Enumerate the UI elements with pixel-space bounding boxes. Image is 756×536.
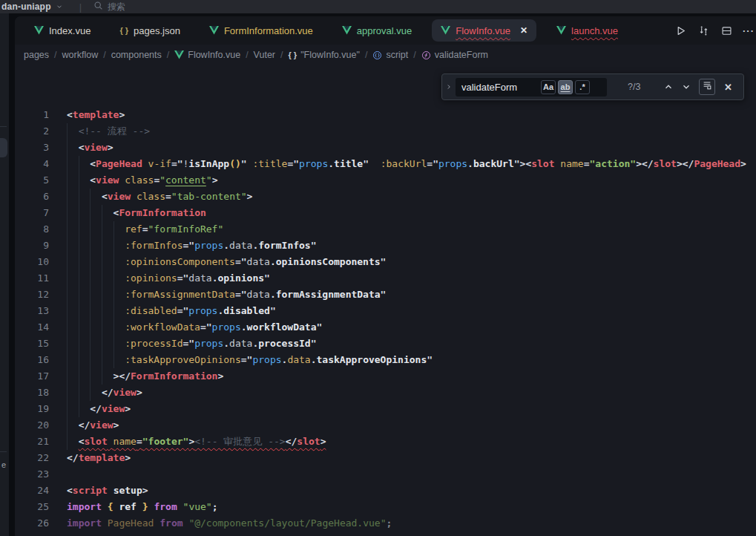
code-line-content: :processId="props.data.processId" — [67, 336, 317, 352]
indent-guide — [79, 352, 91, 368]
code-line[interactable]: 18</view> — [15, 385, 756, 401]
code-line[interactable]: 24<script setup> — [15, 483, 756, 499]
json-icon: { } — [119, 26, 128, 35]
find-in-selection-button[interactable] — [699, 79, 715, 95]
code-line[interactable]: 1<template> — [15, 107, 756, 123]
code-line[interactable]: 4<PageHead v-if="!isInApp()" :title="pro… — [15, 156, 756, 172]
tab-Index.vue[interactable]: Index.vue — [25, 19, 99, 42]
run-icon[interactable] — [674, 24, 687, 37]
indent-guide — [114, 238, 125, 254]
indent-guide — [67, 123, 79, 140]
line-number: 15 — [15, 336, 49, 352]
code-line[interactable]: 16:taskApproveOpinions="props.data.taskA… — [15, 352, 756, 368]
whole-word-toggle[interactable]: ab — [558, 80, 573, 94]
code-line[interactable]: 6<view class="tab-content"> — [15, 189, 756, 205]
close-find-button[interactable]: ✕ — [724, 82, 732, 93]
code-line[interactable]: 8ref="formInfoRef" — [15, 221, 756, 238]
breadcrumb-item-workflow[interactable]: workflow — [62, 50, 99, 60]
indent-guide — [79, 401, 91, 417]
code-line[interactable]: 23 — [15, 466, 756, 483]
indent-guide — [79, 189, 91, 205]
next-match-button[interactable] — [681, 82, 691, 92]
code-line[interactable]: 19</view> — [15, 401, 756, 417]
indent-guide — [90, 254, 102, 270]
line-number: 23 — [15, 466, 49, 483]
breadcrumb-separator: / — [365, 50, 367, 60]
code-line-content: <PageHead v-if="!isInApp()" :title="prop… — [67, 156, 746, 172]
breadcrumb-item-FlowInfo.vue[interactable]: { }"FlowInfo.vue" — [289, 50, 360, 60]
split-editor-icon[interactable] — [720, 24, 733, 37]
tab-FormInformation.vue[interactable]: FormInformation.vue — [200, 19, 322, 42]
sidebar-item-partial[interactable] — [0, 138, 7, 157]
indent-guide — [79, 303, 91, 319]
search-placeholder: 搜索 — [108, 1, 125, 13]
indent-guide — [114, 287, 125, 303]
global-search[interactable]: 搜索 — [93, 1, 125, 13]
line-number: 10 — [15, 254, 49, 270]
indent-guide — [67, 368, 79, 385]
code-line[interactable]: 21<slot name="footer"><!-- 审批意见 --></slo… — [15, 434, 756, 450]
chevron-down-icon[interactable] — [56, 3, 63, 10]
project-name[interactable]: dan-uniapp — [1, 1, 51, 12]
tab-pages.json[interactable]: { }pages.json — [111, 19, 189, 42]
tab-label: FormInformation.vue — [224, 25, 313, 36]
code-line[interactable]: 14:workflowData="props.workflowData" — [15, 319, 756, 336]
breadcrumb-item-validateForm[interactable]: validateForm — [421, 50, 488, 60]
editor-group: Index.vue{ }pages.jsonFormInformation.vu… — [15, 16, 756, 536]
code-line[interactable]: 11:opinions="data.opinions" — [15, 270, 756, 287]
code-line[interactable]: 9:formInfos="props.data.formInfos" — [15, 238, 756, 254]
code-line[interactable]: 20</view> — [15, 417, 756, 434]
regex-toggle[interactable]: .* — [575, 80, 590, 94]
line-number: 14 — [15, 319, 49, 336]
indent-guide — [67, 156, 79, 172]
breadcrumb-item-components[interactable]: components — [111, 50, 162, 60]
code-line[interactable]: 17></FormInformation> — [15, 368, 756, 385]
breadcrumb-item-FlowInfo.vue[interactable]: FlowInfo.vue — [174, 50, 240, 60]
code-line[interactable]: 5<view class="content"> — [15, 172, 756, 189]
code-line[interactable]: 10:opinionsComponents="data.opinionsComp… — [15, 254, 756, 270]
indent-guide — [79, 270, 91, 287]
indent-guide — [114, 352, 125, 368]
tab-FlowInfo.vue[interactable]: FlowInfo.vue✕ — [432, 19, 536, 42]
tab-launch.vue[interactable]: launch.vue — [548, 19, 627, 42]
tab-approval.vue[interactable]: approval.vue — [333, 19, 421, 42]
code-line[interactable]: 22</template> — [15, 450, 756, 466]
find-match-count: ?/3 — [628, 82, 657, 92]
breadcrumb-item-pages[interactable]: pages — [24, 50, 49, 60]
toggle-replace-chevron-icon[interactable] — [442, 83, 456, 91]
find-widget: Aaab.* ?/3 ✕ — [441, 73, 744, 100]
close-tab-icon[interactable]: ✕ — [520, 25, 527, 36]
line-number: 13 — [15, 303, 49, 319]
code-line-content: import PageHead from "@/components/layou… — [67, 515, 392, 532]
code-line[interactable]: 26import PageHead from "@/components/lay… — [15, 515, 756, 532]
code-line[interactable]: 15:processId="props.data.processId" — [15, 336, 756, 352]
sidebar-partial-text: e — [1, 460, 6, 469]
code-line[interactable]: 12:formAssignmentData="data.formAssignme… — [15, 287, 756, 303]
indent-guide — [90, 238, 102, 254]
breadcrumb-item-Vuter[interactable]: Vuter — [254, 50, 275, 60]
line-number: 9 — [15, 238, 49, 254]
sidebar-sliver: e — [0, 13, 9, 536]
indent-guide — [79, 205, 91, 221]
indent-guide — [90, 336, 102, 352]
indent-guide — [67, 434, 79, 450]
find-input[interactable] — [461, 82, 539, 93]
indent-guide — [102, 319, 114, 336]
code-line[interactable]: 2<!-- 流程 --> — [15, 123, 756, 140]
code-line-content: <view class="content"> — [67, 172, 218, 189]
indent-guide — [90, 189, 102, 205]
previous-match-button[interactable] — [663, 82, 674, 92]
code-line-content: <!-- 流程 --> — [67, 123, 150, 140]
code-line[interactable]: 13:disabled="props.disabled" — [15, 303, 756, 319]
open-changes-icon[interactable] — [697, 24, 710, 37]
breadcrumb-item-script[interactable]: script — [372, 50, 408, 60]
more-icon[interactable]: ··· — [743, 24, 755, 37]
code-editor[interactable]: 1<template>2<!-- 流程 -->3<view>4<PageHead… — [15, 107, 756, 532]
code-line[interactable]: 25import { ref } from "vue"; — [15, 499, 756, 515]
match-case-toggle[interactable]: Aa — [541, 80, 556, 94]
sidebar-divider — [0, 126, 7, 127]
json-icon: { } — [289, 50, 298, 59]
code-line[interactable]: 7<FormInformation — [15, 205, 756, 221]
indent-guide — [90, 205, 102, 221]
code-line[interactable]: 3<view> — [15, 140, 756, 156]
